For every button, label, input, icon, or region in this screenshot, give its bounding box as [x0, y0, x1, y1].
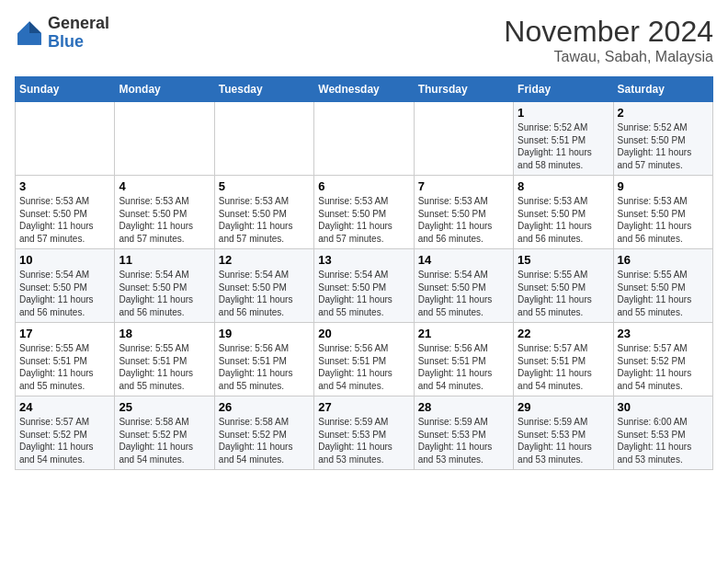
- day-cell: 21Sunrise: 5:56 AM Sunset: 5:51 PM Dayli…: [414, 323, 513, 396]
- day-cell: 30Sunrise: 6:00 AM Sunset: 5:53 PM Dayli…: [613, 396, 712, 470]
- day-info: Sunrise: 5:53 AM Sunset: 5:50 PM Dayligh…: [119, 195, 210, 245]
- calendar-body: 1Sunrise: 5:52 AM Sunset: 5:51 PM Daylig…: [16, 102, 713, 470]
- day-cell: 6Sunrise: 5:53 AM Sunset: 5:50 PM Daylig…: [314, 176, 414, 249]
- logo: General Blue: [15, 15, 109, 52]
- day-info: Sunrise: 5:54 AM Sunset: 5:50 PM Dayligh…: [318, 269, 409, 318]
- day-cell: [16, 102, 115, 176]
- day-info: Sunrise: 5:52 AM Sunset: 5:51 PM Dayligh…: [518, 121, 609, 171]
- day-info: Sunrise: 5:58 AM Sunset: 5:52 PM Dayligh…: [119, 416, 210, 465]
- day-cell: 17Sunrise: 5:55 AM Sunset: 5:51 PM Dayli…: [16, 323, 115, 396]
- main-title: November 2024: [504, 15, 713, 49]
- day-info: Sunrise: 5:53 AM Sunset: 5:50 PM Dayligh…: [219, 195, 310, 245]
- day-cell: 18Sunrise: 5:55 AM Sunset: 5:51 PM Dayli…: [115, 323, 214, 396]
- day-number: 27: [318, 400, 409, 414]
- svg-marker-1: [29, 21, 41, 33]
- title-block: November 2024 Tawau, Sabah, Malaysia: [504, 15, 713, 65]
- day-cell: 14Sunrise: 5:54 AM Sunset: 5:50 PM Dayli…: [414, 249, 513, 323]
- header-day-friday: Friday: [514, 77, 613, 102]
- week-row-4: 24Sunrise: 5:57 AM Sunset: 5:52 PM Dayli…: [16, 396, 713, 470]
- day-cell: 15Sunrise: 5:55 AM Sunset: 5:50 PM Dayli…: [514, 249, 613, 323]
- day-info: Sunrise: 5:53 AM Sunset: 5:50 PM Dayligh…: [19, 195, 110, 245]
- day-cell: [115, 102, 214, 176]
- day-info: Sunrise: 5:55 AM Sunset: 5:50 PM Dayligh…: [518, 269, 609, 318]
- day-number: 9: [618, 179, 709, 193]
- day-number: 4: [119, 179, 210, 193]
- header-row: SundayMondayTuesdayWednesdayThursdayFrid…: [16, 77, 713, 102]
- day-cell: 5Sunrise: 5:53 AM Sunset: 5:50 PM Daylig…: [214, 176, 313, 249]
- header-day-thursday: Thursday: [414, 77, 513, 102]
- day-cell: 3Sunrise: 5:53 AM Sunset: 5:50 PM Daylig…: [16, 176, 115, 249]
- header-day-tuesday: Tuesday: [214, 77, 313, 102]
- day-cell: 13Sunrise: 5:54 AM Sunset: 5:50 PM Dayli…: [314, 249, 414, 323]
- subtitle: Tawau, Sabah, Malaysia: [504, 49, 713, 65]
- day-number: 20: [318, 327, 409, 340]
- day-cell: [414, 102, 513, 176]
- day-number: 26: [219, 400, 310, 414]
- day-cell: 8Sunrise: 5:53 AM Sunset: 5:50 PM Daylig…: [514, 176, 613, 249]
- day-cell: 23Sunrise: 5:57 AM Sunset: 5:52 PM Dayli…: [613, 323, 712, 396]
- day-cell: 12Sunrise: 5:54 AM Sunset: 5:50 PM Dayli…: [214, 249, 313, 323]
- day-number: 11: [119, 253, 210, 267]
- day-info: Sunrise: 5:57 AM Sunset: 5:51 PM Dayligh…: [518, 342, 609, 392]
- day-number: 18: [119, 327, 210, 340]
- day-info: Sunrise: 6:00 AM Sunset: 5:53 PM Dayligh…: [618, 416, 709, 465]
- day-cell: 16Sunrise: 5:55 AM Sunset: 5:50 PM Dayli…: [613, 249, 712, 323]
- logo-blue: Blue: [48, 33, 109, 52]
- day-cell: 20Sunrise: 5:56 AM Sunset: 5:51 PM Dayli…: [314, 323, 414, 396]
- day-number: 13: [318, 253, 409, 267]
- day-number: 21: [418, 327, 509, 340]
- day-cell: [214, 102, 313, 176]
- day-info: Sunrise: 5:57 AM Sunset: 5:52 PM Dayligh…: [19, 416, 110, 465]
- day-number: 2: [618, 106, 709, 120]
- day-number: 14: [418, 253, 509, 267]
- week-row-1: 3Sunrise: 5:53 AM Sunset: 5:50 PM Daylig…: [16, 176, 713, 249]
- day-number: 24: [19, 400, 110, 414]
- day-info: Sunrise: 5:53 AM Sunset: 5:50 PM Dayligh…: [518, 195, 609, 245]
- day-info: Sunrise: 5:56 AM Sunset: 5:51 PM Dayligh…: [219, 342, 310, 392]
- day-cell: 7Sunrise: 5:53 AM Sunset: 5:50 PM Daylig…: [414, 176, 513, 249]
- svg-rect-2: [17, 33, 41, 45]
- day-number: 19: [219, 327, 310, 340]
- day-number: 17: [19, 327, 110, 340]
- logo-text: General Blue: [48, 15, 109, 52]
- day-info: Sunrise: 5:58 AM Sunset: 5:52 PM Dayligh…: [219, 416, 310, 465]
- day-cell: 2Sunrise: 5:52 AM Sunset: 5:50 PM Daylig…: [613, 102, 712, 176]
- day-info: Sunrise: 5:56 AM Sunset: 5:51 PM Dayligh…: [418, 342, 509, 392]
- day-info: Sunrise: 5:54 AM Sunset: 5:50 PM Dayligh…: [119, 269, 210, 318]
- page-header: General Blue November 2024 Tawau, Sabah,…: [15, 15, 713, 65]
- day-info: Sunrise: 5:53 AM Sunset: 5:50 PM Dayligh…: [418, 195, 509, 245]
- day-info: Sunrise: 5:57 AM Sunset: 5:52 PM Dayligh…: [618, 342, 709, 392]
- day-info: Sunrise: 5:59 AM Sunset: 5:53 PM Dayligh…: [518, 416, 609, 465]
- day-cell: 11Sunrise: 5:54 AM Sunset: 5:50 PM Dayli…: [115, 249, 214, 323]
- day-info: Sunrise: 5:59 AM Sunset: 5:53 PM Dayligh…: [318, 416, 409, 465]
- day-number: 10: [19, 253, 110, 267]
- day-cell: 1Sunrise: 5:52 AM Sunset: 5:51 PM Daylig…: [514, 102, 613, 176]
- header-day-wednesday: Wednesday: [314, 77, 414, 102]
- day-cell: [314, 102, 414, 176]
- day-number: 29: [518, 400, 609, 414]
- day-number: 6: [318, 179, 409, 193]
- day-number: 28: [418, 400, 509, 414]
- day-info: Sunrise: 5:59 AM Sunset: 5:53 PM Dayligh…: [418, 416, 509, 465]
- day-cell: 10Sunrise: 5:54 AM Sunset: 5:50 PM Dayli…: [16, 249, 115, 323]
- logo-general: General: [48, 15, 109, 33]
- calendar-header: SundayMondayTuesdayWednesdayThursdayFrid…: [16, 77, 713, 102]
- day-number: 16: [618, 253, 709, 267]
- week-row-0: 1Sunrise: 5:52 AM Sunset: 5:51 PM Daylig…: [16, 102, 713, 176]
- day-info: Sunrise: 5:53 AM Sunset: 5:50 PM Dayligh…: [318, 195, 409, 245]
- day-number: 30: [618, 400, 709, 414]
- day-info: Sunrise: 5:53 AM Sunset: 5:50 PM Dayligh…: [618, 195, 709, 245]
- day-info: Sunrise: 5:54 AM Sunset: 5:50 PM Dayligh…: [418, 269, 509, 318]
- day-info: Sunrise: 5:55 AM Sunset: 5:51 PM Dayligh…: [119, 342, 210, 392]
- day-number: 22: [518, 327, 609, 340]
- day-info: Sunrise: 5:52 AM Sunset: 5:50 PM Dayligh…: [618, 121, 709, 171]
- day-number: 15: [518, 253, 609, 267]
- day-info: Sunrise: 5:56 AM Sunset: 5:51 PM Dayligh…: [318, 342, 409, 392]
- day-number: 23: [618, 327, 709, 340]
- day-number: 7: [418, 179, 509, 193]
- header-day-sunday: Sunday: [16, 77, 115, 102]
- day-number: 8: [518, 179, 609, 193]
- day-cell: 29Sunrise: 5:59 AM Sunset: 5:53 PM Dayli…: [514, 396, 613, 470]
- day-info: Sunrise: 5:54 AM Sunset: 5:50 PM Dayligh…: [219, 269, 310, 318]
- day-number: 1: [518, 106, 609, 120]
